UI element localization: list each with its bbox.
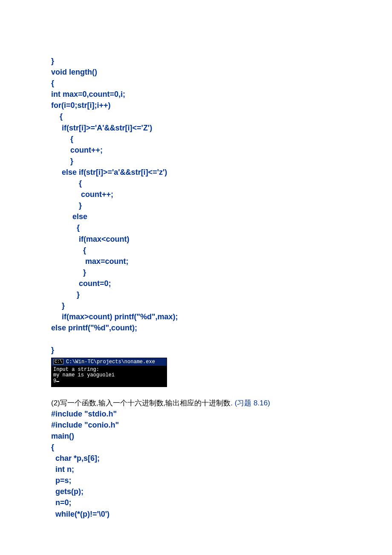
terminal-titlebar: C:\ C:\Win-TC\projects\noname.exe: [52, 358, 167, 366]
problem-reference: (习题 8.16): [235, 399, 270, 407]
terminal-title: C:\Win-TC\projects\noname.exe: [66, 359, 155, 365]
terminal-window: C:\ C:\Win-TC\projects\noname.exe Input …: [51, 358, 167, 387]
problem-statement-2: (2)写一个函数,输入一个十六进制数,输出相应的十进制数. (习题 8.16): [51, 398, 341, 408]
cursor-icon: [56, 381, 59, 382]
cmd-icon: C:\: [53, 359, 63, 364]
problem-text: (2)写一个函数,输入一个十六进制数,输出相应的十进制数.: [51, 399, 235, 407]
terminal-output: Input a string: my name is yaoguolei 9: [52, 366, 167, 387]
code-block-length: } void length() { int max=0,count=0,i; f…: [51, 55, 341, 356]
code-block-hex2dec: #include "stdio.h" #include "conio.h" ma…: [51, 408, 341, 520]
